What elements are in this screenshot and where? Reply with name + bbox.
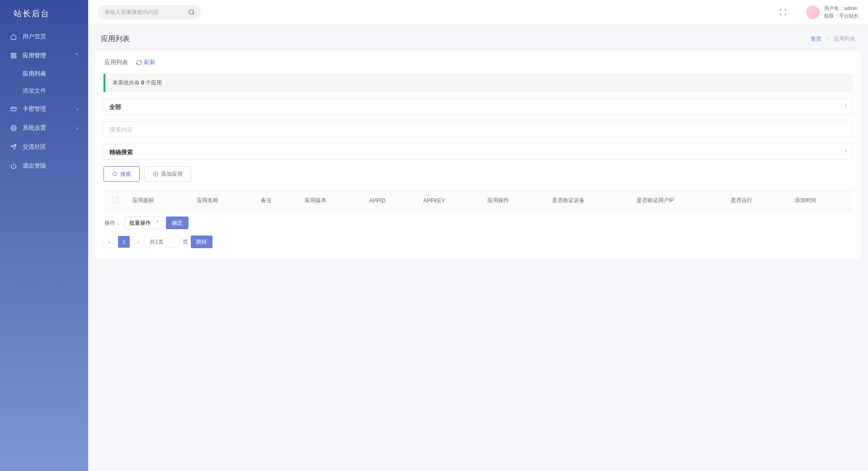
nav-label: 用户首页 bbox=[23, 33, 46, 41]
nav-label: 交流社区 bbox=[23, 143, 46, 151]
nav-system-settings[interactable]: 系统设置 › bbox=[0, 118, 88, 137]
svg-rect-1 bbox=[14, 53, 16, 55]
search-mode-select[interactable]: 精确搜索 bbox=[104, 144, 853, 160]
nav-user-home[interactable]: 用户首页 bbox=[0, 27, 88, 46]
svg-line-10 bbox=[116, 175, 117, 176]
svg-rect-3 bbox=[11, 56, 13, 58]
content-card: 应用列表 刷新 本系统共有 0 个应用 全部 bbox=[95, 51, 861, 259]
nav-label: 卡密管理 bbox=[23, 105, 46, 113]
power-icon bbox=[10, 162, 17, 170]
avatar bbox=[806, 5, 820, 19]
sidebar: 站长后台 用户首页 应用管理 ˅ 应用列表 添加文件 卡密管理 › bbox=[0, 0, 88, 471]
page-header: 应用列表 首页 › 应用列表 bbox=[88, 24, 868, 51]
nav-app-management[interactable]: 应用管理 ˅ bbox=[0, 46, 88, 65]
subnav-add-file[interactable]: 添加文件 bbox=[0, 82, 88, 99]
select-all-checkbox[interactable] bbox=[112, 197, 118, 203]
th-appkey: APPKEY bbox=[417, 191, 481, 210]
refresh-button[interactable]: 刷新 bbox=[136, 58, 156, 66]
nav-label: 系统设置 bbox=[23, 124, 46, 132]
global-search-button[interactable] bbox=[186, 7, 197, 17]
nav-label: 应用管理 bbox=[23, 52, 46, 60]
fullscreen-icon bbox=[779, 9, 787, 16]
page-next-button[interactable]: » bbox=[132, 236, 144, 248]
search-icon bbox=[112, 171, 118, 177]
user-role-label: 权限： bbox=[824, 13, 839, 19]
grid-icon bbox=[10, 52, 17, 59]
add-app-button[interactable]: 添加应用 bbox=[144, 166, 191, 182]
svg-point-9 bbox=[113, 172, 117, 176]
table-header-row: 应用图标 应用名称 备注 应用版本 APPID APPKEY 应用操作 是否验证… bbox=[104, 191, 853, 210]
th-version: 应用版本 bbox=[298, 191, 363, 210]
svg-point-7 bbox=[189, 9, 193, 14]
global-search-input[interactable] bbox=[97, 5, 201, 19]
page-jump-input[interactable] bbox=[166, 236, 180, 248]
fullscreen-button[interactable] bbox=[777, 6, 789, 19]
breadcrumb-separator: › bbox=[827, 36, 829, 42]
batch-operation-select[interactable]: 批量操作 bbox=[124, 217, 162, 229]
page-jump-button[interactable]: 跳转 bbox=[191, 236, 212, 248]
svg-rect-4 bbox=[11, 107, 16, 111]
page-suffix: 页 bbox=[183, 238, 188, 246]
page-1-button[interactable]: 1 bbox=[118, 236, 130, 248]
user-name: admin bbox=[844, 5, 858, 11]
breadcrumb-home[interactable]: 首页 bbox=[811, 36, 821, 42]
svg-rect-0 bbox=[11, 53, 13, 55]
breadcrumb-current: 应用列表 bbox=[834, 36, 855, 42]
send-icon bbox=[10, 143, 17, 151]
home-icon bbox=[10, 33, 17, 40]
svg-rect-2 bbox=[14, 56, 16, 58]
topbar: 用户名：admin 权限：平台站长 bbox=[88, 0, 868, 24]
th-running: 是否运行 bbox=[724, 191, 788, 210]
page-prev-button[interactable]: « bbox=[104, 236, 115, 248]
chevron-right-icon: › bbox=[76, 125, 78, 131]
user-name-label: 用户名： bbox=[824, 5, 844, 11]
th-added-time: 添加时间 bbox=[788, 191, 853, 210]
search-button[interactable]: 搜索 bbox=[104, 166, 140, 182]
th-action: 应用操作 bbox=[481, 191, 545, 210]
svg-point-6 bbox=[13, 127, 14, 129]
gear-icon bbox=[10, 124, 17, 132]
th-icon: 应用图标 bbox=[126, 191, 190, 210]
page-title: 应用列表 bbox=[101, 34, 130, 44]
svg-line-8 bbox=[193, 13, 194, 14]
user-info[interactable]: 用户名：admin 权限：平台站长 bbox=[798, 5, 859, 19]
subnav-app-list[interactable]: 应用列表 bbox=[0, 65, 88, 82]
pagination: « 1 » 共1页 页 跳转 bbox=[104, 236, 853, 248]
user-role: 平台站长 bbox=[839, 13, 859, 19]
th-verify-ip: 是否验证用户IP bbox=[630, 191, 724, 210]
chevron-down-icon: ˅ bbox=[75, 53, 78, 59]
plus-circle-icon bbox=[153, 171, 158, 177]
search-content-input[interactable] bbox=[104, 121, 853, 137]
th-verify-device: 是否验证设备 bbox=[546, 191, 630, 210]
app-logo: 站长后台 bbox=[0, 0, 88, 27]
app-table: 应用图标 应用名称 备注 应用版本 APPID APPKEY 应用操作 是否验证… bbox=[104, 191, 853, 210]
search-icon bbox=[188, 9, 195, 15]
nav-logout[interactable]: 退出登陆 bbox=[0, 156, 88, 175]
th-name: 应用名称 bbox=[190, 191, 255, 210]
filter-category-select[interactable]: 全部 bbox=[104, 99, 853, 115]
nav-card-management[interactable]: 卡密管理 › bbox=[0, 99, 88, 118]
breadcrumb: 首页 › 应用列表 bbox=[811, 35, 855, 43]
batch-confirm-button[interactable]: 确定 bbox=[166, 217, 189, 229]
batch-op-label: 操作： bbox=[104, 219, 121, 227]
alert-app-count: 本系统共有 0 个应用 bbox=[104, 74, 853, 92]
nav-label: 退出登陆 bbox=[23, 162, 46, 170]
th-appid: APPID bbox=[363, 191, 417, 210]
card-icon bbox=[10, 105, 17, 113]
nav-community[interactable]: 交流社区 bbox=[0, 137, 88, 156]
chevron-right-icon: › bbox=[76, 106, 78, 112]
tab-app-list[interactable]: 应用列表 bbox=[104, 58, 128, 66]
th-remark: 备注 bbox=[255, 191, 298, 210]
refresh-icon bbox=[136, 60, 142, 66]
